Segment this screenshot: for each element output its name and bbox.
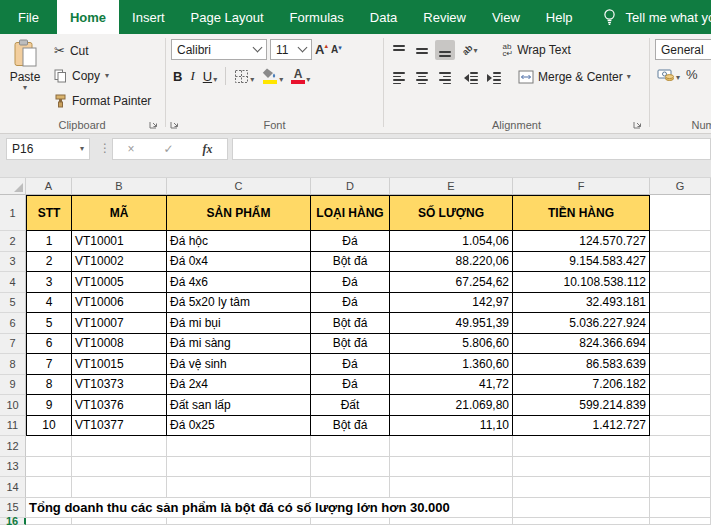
- cell-G10[interactable]: [650, 395, 711, 416]
- decrease-font-size-button[interactable]: A▾: [331, 44, 342, 55]
- cell-D3[interactable]: Bột đá: [311, 252, 390, 273]
- row-header-2[interactable]: 2: [0, 231, 26, 252]
- cell-A3[interactable]: 2: [26, 252, 72, 273]
- cell-C12[interactable]: [167, 436, 311, 457]
- cell-F7[interactable]: 824.366.694: [513, 334, 650, 355]
- cell-B1[interactable]: MÃ: [72, 195, 167, 231]
- cell-E2[interactable]: 1.054,06: [390, 231, 513, 252]
- increase-font-size-button[interactable]: A▴: [315, 42, 328, 57]
- tell-me-box[interactable]: Tell me what you wa: [602, 0, 711, 34]
- copy-button[interactable]: Copy ▾: [50, 63, 151, 88]
- cell-B13[interactable]: [72, 457, 167, 478]
- cell-D7[interactable]: Bột đá: [311, 334, 390, 355]
- cell-C7[interactable]: Đá mi sàng: [167, 334, 311, 355]
- cell-E6[interactable]: 49.951,39: [390, 313, 513, 334]
- cell-C4[interactable]: Đá 4x6: [167, 272, 311, 293]
- cell-E13[interactable]: [390, 457, 513, 478]
- borders-button[interactable]: ▾: [234, 69, 254, 84]
- format-painter-button[interactable]: Format Painter: [50, 88, 151, 113]
- cell-B5[interactable]: VT10006: [72, 293, 167, 314]
- cell-B3[interactable]: VT10002: [72, 252, 167, 273]
- cell-E4[interactable]: 67.254,62: [390, 272, 513, 293]
- accounting-format-button[interactable]: ▾: [657, 68, 680, 82]
- column-header-F[interactable]: F: [513, 178, 650, 195]
- formula-input[interactable]: [232, 138, 711, 160]
- formula-bar-handle[interactable]: ⋮: [99, 141, 111, 155]
- bold-button[interactable]: B: [173, 69, 182, 84]
- cell-F10[interactable]: 599.214.839: [513, 395, 650, 416]
- cell-F6[interactable]: 5.036.227.924: [513, 313, 650, 334]
- cell-G14[interactable]: [650, 477, 711, 498]
- row-header-11[interactable]: 11: [0, 416, 26, 437]
- cell-C16[interactable]: [167, 518, 311, 525]
- cell-G4[interactable]: [650, 272, 711, 293]
- cell-B14[interactable]: [72, 477, 167, 498]
- name-box[interactable]: P16 ▾: [6, 138, 90, 160]
- row-header-8[interactable]: 8: [0, 354, 26, 375]
- row-header-7[interactable]: 7: [0, 334, 26, 355]
- cell-E3[interactable]: 88.220,06: [390, 252, 513, 273]
- cell-D5[interactable]: Đá: [311, 293, 390, 314]
- row-header-5[interactable]: 5: [0, 293, 26, 314]
- cell-G1[interactable]: [650, 195, 711, 231]
- cell-C6[interactable]: Đá mi bụi: [167, 313, 311, 334]
- cell-F9[interactable]: 7.206.182: [513, 375, 650, 396]
- cell-E7[interactable]: 5.806,60: [390, 334, 513, 355]
- cell-C8[interactable]: Đá vệ sinh: [167, 354, 311, 375]
- row-header-4[interactable]: 4: [0, 272, 26, 293]
- cell-C11[interactable]: Đá 0x25: [167, 416, 311, 437]
- cell-F14[interactable]: [513, 477, 650, 498]
- cell-C2[interactable]: Đá hộc: [167, 231, 311, 252]
- row-header-14[interactable]: 14: [0, 477, 26, 498]
- cell-A7[interactable]: 6: [26, 334, 72, 355]
- cell-D14[interactable]: [311, 477, 390, 498]
- insert-function-button[interactable]: fx: [203, 142, 213, 157]
- column-header-A[interactable]: A: [26, 178, 72, 195]
- cell-E16[interactable]: [390, 518, 513, 525]
- align-center-button[interactable]: [412, 67, 432, 87]
- row-header-1[interactable]: 1: [0, 195, 26, 231]
- cell-A11[interactable]: 10: [26, 416, 72, 437]
- cell-A5[interactable]: 4: [26, 293, 72, 314]
- cell-B8[interactable]: VT10015: [72, 354, 167, 375]
- cell-B2[interactable]: VT10001: [72, 231, 167, 252]
- cell-G8[interactable]: [650, 354, 711, 375]
- cancel-button[interactable]: ×: [127, 142, 134, 156]
- fill-color-button[interactable]: ▾: [262, 68, 283, 84]
- italic-button[interactable]: I: [190, 68, 194, 84]
- cell-D9[interactable]: Đá: [311, 375, 390, 396]
- cell-B12[interactable]: [72, 436, 167, 457]
- select-all-corner[interactable]: [0, 178, 26, 195]
- middle-align-button[interactable]: [412, 40, 432, 60]
- cell-E11[interactable]: 11,10: [390, 416, 513, 437]
- cell-A13[interactable]: [26, 457, 72, 478]
- cell-G13[interactable]: [650, 457, 711, 478]
- cell-A16[interactable]: [26, 518, 72, 525]
- cell-G15[interactable]: [650, 498, 711, 519]
- cell-F11[interactable]: 1.412.727: [513, 416, 650, 437]
- cell-E12[interactable]: [390, 436, 513, 457]
- font-size-combo[interactable]: 11: [270, 39, 312, 60]
- column-header-B[interactable]: B: [72, 178, 167, 195]
- cell-D12[interactable]: [311, 436, 390, 457]
- cell-F4[interactable]: 10.108.538.112: [513, 272, 650, 293]
- cell-A9[interactable]: 8: [26, 375, 72, 396]
- cell-C3[interactable]: Đá 0x4: [167, 252, 311, 273]
- cell-B9[interactable]: VT10373: [72, 375, 167, 396]
- cell-A4[interactable]: 3: [26, 272, 72, 293]
- font-color-button[interactable]: A ▾: [291, 69, 310, 84]
- cell-E14[interactable]: [390, 477, 513, 498]
- merge-center-button[interactable]: Merge & Center ▾: [518, 70, 631, 84]
- bottom-align-button[interactable]: [435, 40, 455, 60]
- cell-F13[interactable]: [513, 457, 650, 478]
- cell-C1[interactable]: SẢN PHẨM: [167, 195, 311, 231]
- cell-C9[interactable]: Đá 2x4: [167, 375, 311, 396]
- cell-E5[interactable]: 142,97: [390, 293, 513, 314]
- font-name-combo[interactable]: Calibri: [171, 39, 267, 60]
- cell-F12[interactable]: [513, 436, 650, 457]
- cell-G16[interactable]: [650, 518, 711, 525]
- cell-B16[interactable]: [72, 518, 167, 525]
- ribbon-tab-review[interactable]: Review: [410, 0, 479, 34]
- ribbon-tab-data[interactable]: Data: [357, 0, 410, 34]
- row-header-16[interactable]: 16: [0, 518, 26, 525]
